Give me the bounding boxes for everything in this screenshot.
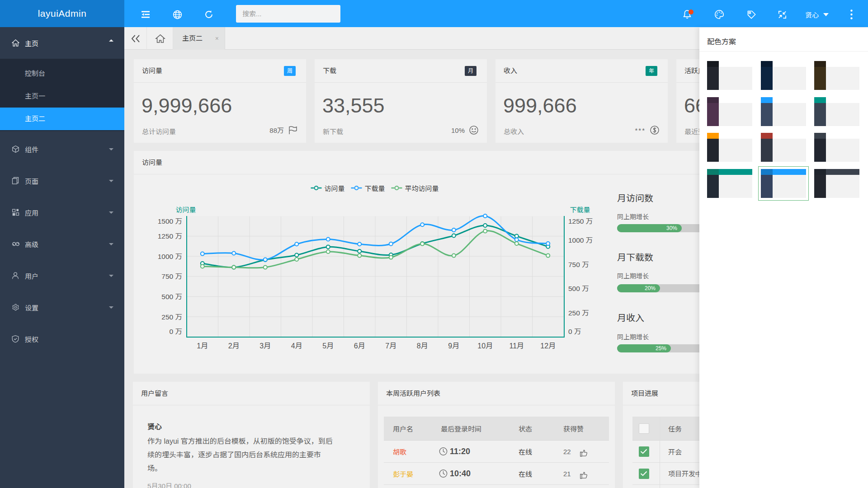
svg-text:4月: 4月	[291, 342, 302, 350]
svg-text:6月: 6月	[354, 342, 365, 350]
svg-text:500 万: 500 万	[161, 293, 182, 300]
svg-text:8月: 8月	[417, 342, 428, 350]
svg-text:访问量: 访问量	[325, 185, 345, 192]
svg-text:250 万: 250 万	[568, 309, 589, 317]
svg-text:750 万: 750 万	[568, 261, 589, 268]
svg-text:访问量: 访问量	[175, 206, 196, 214]
svg-text:1000 万: 1000 万	[568, 236, 593, 244]
svg-text:2月: 2月	[228, 342, 240, 350]
svg-text:0 万: 0 万	[170, 328, 182, 335]
svg-text:3月: 3月	[259, 342, 271, 350]
svg-text:750 万: 750 万	[161, 272, 182, 280]
svg-text:11月: 11月	[509, 342, 524, 350]
svg-text:5月: 5月	[322, 342, 334, 350]
svg-text:下载量: 下载量	[570, 206, 590, 214]
svg-text:250 万: 250 万	[161, 313, 182, 321]
svg-text:7月: 7月	[385, 342, 396, 350]
svg-text:12月: 12月	[540, 342, 556, 350]
svg-text:10月: 10月	[477, 342, 493, 350]
svg-text:1250 万: 1250 万	[568, 217, 593, 225]
svg-text:平均访问量: 平均访问量	[405, 185, 439, 192]
svg-text:1月: 1月	[197, 342, 208, 350]
svg-text:0 万: 0 万	[568, 328, 581, 335]
svg-text:1500 万: 1500 万	[158, 217, 182, 225]
svg-text:下载量: 下载量	[365, 185, 385, 192]
svg-text:1250 万: 1250 万	[158, 232, 182, 240]
svg-text:1000 万: 1000 万	[158, 253, 182, 260]
svg-text:9月: 9月	[448, 342, 459, 350]
svg-text:500 万: 500 万	[568, 285, 589, 292]
